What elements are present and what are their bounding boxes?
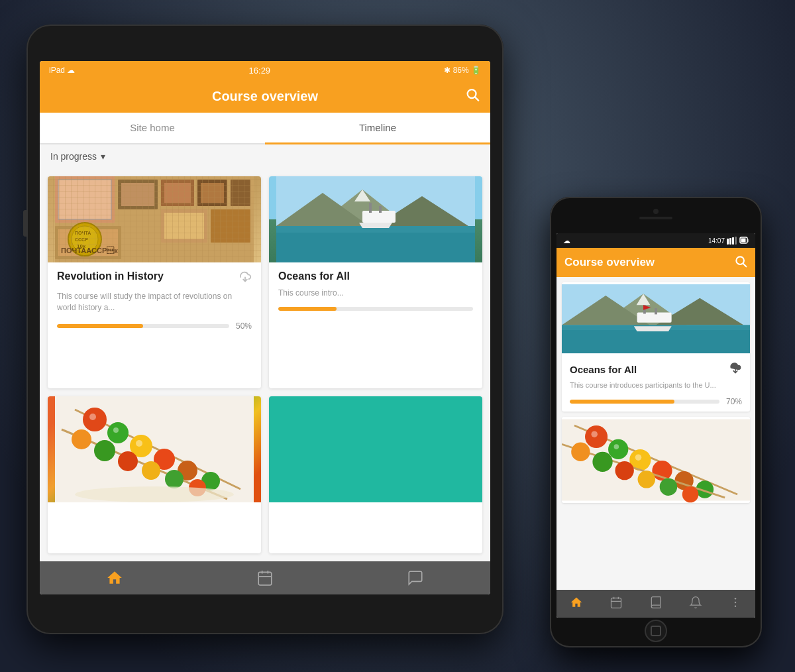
svg-rect-33 <box>379 206 382 213</box>
tablet-page-title: Course overview <box>212 89 318 104</box>
course-image-revolution: ПОЧТА СССР 10к <box>48 176 261 262</box>
svg-point-48 <box>165 470 184 488</box>
svg-rect-4 <box>58 180 111 219</box>
progress-bar-bg-oceans-tablet <box>278 307 473 311</box>
svg-rect-15 <box>164 213 204 239</box>
svg-rect-7 <box>55 226 121 259</box>
course-progress-revolution: 50% <box>57 321 252 331</box>
phone-card-title-oceans: Oceans for All <box>570 364 637 375</box>
phone-home-button-inner <box>651 626 661 636</box>
progress-bar-fill-oceans-tablet <box>278 307 337 311</box>
svg-rect-14 <box>161 209 207 243</box>
phone-progress-bar-fill-oceans <box>570 400 674 404</box>
course-card-veggies-tablet[interactable] <box>48 396 261 553</box>
svg-point-51 <box>89 414 96 420</box>
course-title-row-oceans-tablet: Oceans for All <box>278 270 473 282</box>
svg-point-104 <box>735 601 737 603</box>
phone-nav-notifications[interactable] <box>689 596 702 612</box>
svg-point-50 <box>75 486 234 502</box>
svg-point-97 <box>614 445 619 450</box>
tablet-nav-messages[interactable] <box>407 569 424 587</box>
course-title-revolution: Revolution in History <box>57 270 164 282</box>
tablet-tabs: Site home Timeline <box>40 113 490 144</box>
phone-nav-home[interactable] <box>570 596 583 612</box>
svg-text:10к: 10к <box>77 243 86 249</box>
svg-rect-16 <box>211 209 250 243</box>
svg-point-95 <box>682 486 699 503</box>
svg-marker-79 <box>634 326 672 331</box>
svg-rect-58 <box>727 239 729 245</box>
tablet-filter-chevron: ▾ <box>101 151 105 162</box>
svg-point-96 <box>591 431 597 437</box>
svg-rect-6 <box>121 183 154 206</box>
course-card-revolution[interactable]: ПОЧТА СССР 10к Revolution in History <box>48 176 261 388</box>
phone-nav-calendar[interactable] <box>610 596 623 612</box>
svg-rect-13 <box>231 180 250 206</box>
svg-rect-12 <box>201 183 224 203</box>
phone-status-bar: ☁ 14:07 <box>556 233 755 248</box>
svg-rect-11 <box>197 180 227 206</box>
svg-line-66 <box>743 264 747 267</box>
scene: iPad ☁ 16:29 ✱ 86% 🔋 Course overview <box>13 11 782 661</box>
svg-rect-32 <box>369 203 372 213</box>
svg-rect-8 <box>58 229 118 256</box>
tablet-side-button <box>23 210 26 237</box>
course-image-veggies-tablet <box>48 396 261 502</box>
phone-page-title: Course overview <box>564 256 655 269</box>
phone-progress-bar-bg-oceans <box>570 400 719 404</box>
tablet-screen: iPad ☁ 16:29 ✱ 86% 🔋 Course overview <box>40 61 490 594</box>
svg-rect-61 <box>735 237 737 245</box>
tablet-status-left: iPad ☁ <box>49 66 75 75</box>
svg-point-93 <box>638 471 656 488</box>
svg-point-92 <box>615 461 633 480</box>
course-card-oceans-tablet[interactable]: Oceans for All This course intro... <box>269 176 482 388</box>
phone-status-left: ☁ <box>563 237 570 245</box>
phone-card-title-row-oceans: Oceans for All <box>570 362 742 376</box>
phone-screen: ☁ 14:07 Course overview <box>556 233 755 618</box>
svg-point-105 <box>735 605 737 607</box>
svg-text:ПОЧТА: ПОЧТА <box>75 231 91 235</box>
tablet-filter-label: In progress <box>50 151 97 162</box>
svg-point-94 <box>660 478 678 496</box>
svg-rect-99 <box>611 598 621 608</box>
phone-progress-pct-oceans: 70% <box>726 397 742 406</box>
course-body-oceans-tablet: Oceans for All This course intro... <box>269 262 482 317</box>
svg-text:СССР: СССР <box>75 237 88 242</box>
tablet-status-time: 16:29 <box>249 66 271 76</box>
phone-course-image-veggies <box>562 417 750 503</box>
course-desc-oceans-tablet: This course intro... <box>278 288 473 299</box>
phone-course-card-veggies[interactable] <box>562 417 750 503</box>
svg-point-46 <box>118 451 138 471</box>
phone-search-icon[interactable] <box>734 254 747 270</box>
tablet-filter[interactable]: In progress ▾ <box>40 144 490 168</box>
tablet-course-grid: ПОЧТА СССР 10к Revolution in History <box>40 168 490 561</box>
svg-rect-60 <box>732 237 734 245</box>
phone-nav-library[interactable] <box>649 596 662 612</box>
svg-rect-64 <box>747 239 749 243</box>
svg-rect-9 <box>161 180 194 206</box>
phone-nav-more[interactable] <box>729 596 742 612</box>
phone-home-button[interactable] <box>645 620 667 642</box>
phone-course-image-oceans <box>562 282 750 355</box>
tab-site-home[interactable]: Site home <box>40 113 265 144</box>
phone-course-card-oceans[interactable]: Oceans for All This course introduces pa… <box>562 282 750 412</box>
svg-point-18 <box>72 226 98 252</box>
course-title-oceans-tablet: Oceans for All <box>278 270 350 282</box>
phone-progress-oceans: 70% <box>570 397 742 406</box>
progress-bar-bg-revolution <box>57 324 229 328</box>
course-card-teal-tablet[interactable] <box>269 396 482 553</box>
phone-course-list: Oceans for All This course introduces pa… <box>556 277 755 590</box>
svg-rect-54 <box>258 572 272 585</box>
svg-point-17 <box>68 223 101 256</box>
phone-card-body-oceans: Oceans for All This course introduces pa… <box>562 355 750 412</box>
svg-point-90 <box>571 443 590 461</box>
svg-point-84 <box>608 439 628 459</box>
tablet-nav-home[interactable] <box>106 569 123 587</box>
svg-line-1 <box>475 97 478 101</box>
tab-timeline[interactable]: Timeline <box>265 113 490 144</box>
svg-point-52 <box>113 427 119 433</box>
phone-bottomnav <box>556 590 755 618</box>
tablet-nav-calendar[interactable] <box>256 569 274 587</box>
tablet-search-icon[interactable] <box>465 87 480 105</box>
svg-rect-63 <box>741 239 746 243</box>
